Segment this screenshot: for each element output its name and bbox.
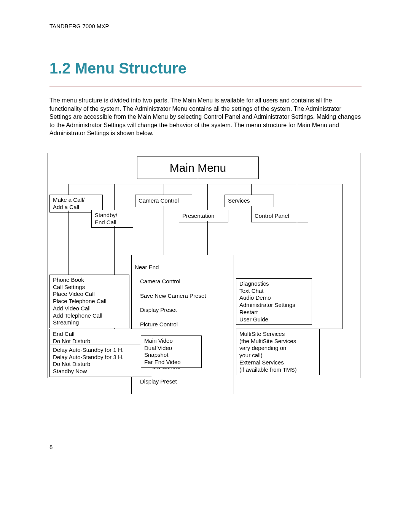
- node-services: Services: [225, 195, 274, 207]
- connector: [68, 211, 69, 275]
- connector: [297, 184, 297, 210]
- menu-structure-diagram: Main Menu Make a Call/ Add a Call Camera…: [49, 153, 362, 377]
- node-standby-end-call: Standby/ End Call: [91, 210, 133, 228]
- camera-sub-l3: Save New Camera Preset: [140, 292, 231, 300]
- connector: [114, 184, 115, 210]
- connector: [164, 184, 164, 195]
- camera-sub-l2: Camera Control: [140, 278, 231, 285]
- page-number: 8: [49, 444, 53, 450]
- page: TANDBERG 7000 MXP 1.2 Menu Structure The…: [0, 0, 411, 532]
- connector: [198, 176, 198, 184]
- section-title: 1.2 Menu Structure: [49, 60, 362, 77]
- node-control-panel-submenu: Diagnostics Text Chat Audio Demo Adminis…: [236, 278, 312, 325]
- camera-sub-l5: Picture Control: [140, 321, 231, 328]
- node-call-submenu: Phone Book Call Settings Place Video Cal…: [49, 275, 129, 328]
- connector: [297, 221, 297, 278]
- intro-paragraph: The menu structure is divided into two p…: [49, 96, 362, 137]
- node-standby-submenu: Delay Auto-Standby for 1 H. Delay Auto-S…: [49, 345, 152, 377]
- document-header: TANDBERG 7000 MXP: [49, 23, 362, 29]
- connector: [342, 184, 343, 210]
- node-presentation: Presentation: [179, 210, 228, 222]
- connector: [68, 184, 342, 184]
- connector: [164, 206, 164, 255]
- camera-sub-l9: Display Preset: [140, 378, 231, 385]
- connector: [342, 210, 343, 329]
- connector: [251, 184, 252, 195]
- connector: [251, 206, 252, 210]
- title-rule: [49, 86, 362, 87]
- node-services-submenu: MultiSite Services (the MultiSite Servic…: [236, 329, 320, 375]
- node-camera-control: Camera Control: [135, 195, 192, 207]
- node-control-panel: Control Panel: [251, 210, 308, 222]
- node-presentation-submenu: Main Video Dual Video Snapshot Far End V…: [141, 335, 202, 368]
- node-main-menu: Main Menu: [137, 157, 259, 179]
- node-end-call-submenu: End Call Do Not Disturb: [49, 329, 152, 347]
- connector: [207, 184, 208, 210]
- camera-sub-l4: Display Preset: [140, 307, 231, 314]
- connector: [68, 184, 69, 195]
- camera-sub-l1: Near End: [135, 264, 159, 270]
